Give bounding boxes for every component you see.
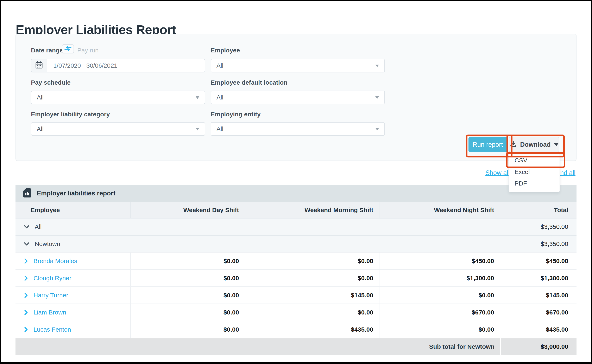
weekend-night-value: $0.00 — [379, 287, 500, 304]
subtotal-value: $3,000.00 — [500, 338, 577, 355]
download-icon — [510, 140, 517, 149]
calendar-icon — [35, 61, 43, 70]
weekend-night-value: $670.00 — [379, 304, 500, 321]
employee-name-link[interactable]: Brenda Morales — [33, 258, 77, 265]
download-menu-item-csv[interactable]: CSV — [509, 155, 559, 166]
table-row-liam-brown: Liam Brown $0.00 $0.00 $670.00 $670.00 — [15, 304, 577, 321]
col-header-weekend-day-shift: Weekend Day Shift — [130, 202, 245, 218]
total-value: $435.00 — [500, 321, 577, 338]
employing-entity-select[interactable]: All — [211, 122, 385, 136]
subtotal-label: Sub total for Newtown — [15, 338, 500, 355]
weekend-night-value: $0.00 — [379, 321, 500, 338]
run-report-button[interactable]: Run report — [468, 137, 507, 152]
report-table: Employer liabilities report Employee Wee… — [15, 185, 577, 355]
caret-down-icon — [554, 143, 559, 146]
employee-filter-label: Employee — [211, 47, 240, 54]
weekend-day-value: $0.00 — [130, 304, 245, 321]
chevron-down-icon — [196, 96, 199, 99]
weekend-night-value: $450.00 — [379, 253, 500, 269]
table-row-lucas-fenton: Lucas Fenton $0.00 $435.00 $0.00 $435.00 — [15, 321, 577, 338]
total-value: $145.00 — [500, 287, 577, 304]
pay-schedule-select-value: All — [31, 94, 44, 101]
report-file-icon — [23, 188, 32, 199]
employer-liability-category-select[interactable]: All — [31, 122, 205, 136]
col-header-employee: Employee — [15, 202, 130, 218]
table-row-clough-ryner: Clough Ryner $0.00 $0.00 $1,300.00 $1,30… — [15, 269, 577, 286]
employee-name-link[interactable]: Harry Turner — [33, 292, 68, 299]
group-row-all[interactable]: All $3,350.00 — [15, 218, 577, 235]
col-header-weekend-morning-shift: Weekend Morning Shift — [245, 202, 379, 218]
weekend-day-value: $0.00 — [130, 321, 245, 338]
total-value: $450.00 — [500, 253, 577, 269]
weekend-day-value: $0.00 — [130, 253, 245, 269]
employer-liabilities-report-page: Employer Liabilities Report Date range P… — [0, 0, 592, 364]
table-row-harry-turner: Harry Turner $0.00 $145.00 $0.00 $145.00 — [15, 286, 577, 304]
show-all-link[interactable]: Show all — [486, 169, 510, 177]
chevron-right-icon[interactable] — [24, 292, 28, 298]
chevron-down-icon — [375, 96, 379, 99]
weekend-night-value: $1,300.00 — [379, 270, 500, 286]
employee-name-link[interactable]: Lucas Fenton — [33, 326, 71, 333]
table-row-brenda-morales: Brenda Morales $0.00 $0.00 $450.00 $450.… — [15, 252, 577, 269]
col-header-weekend-night-shift: Weekend Night Shift — [379, 202, 500, 218]
chevron-down-icon[interactable] — [24, 241, 30, 246]
download-menu: CSV Excel PDF — [509, 154, 560, 192]
weekend-day-value: $0.00 — [130, 270, 245, 286]
date-range-value: 1/07/2020 - 30/06/2021 — [47, 62, 117, 69]
download-button-label: Download — [520, 141, 551, 148]
group-row-newtown[interactable]: Newtown $3,350.00 — [15, 235, 577, 252]
col-header-total: Total — [500, 202, 577, 218]
chevron-down-icon — [375, 65, 379, 67]
employer-liability-category-label: Employer liability category — [31, 111, 110, 118]
report-band: Employer liabilities report — [15, 185, 577, 202]
employer-liability-category-select-value: All — [31, 125, 44, 132]
employee-default-location-select[interactable]: All — [211, 91, 385, 104]
weekend-morning-value: $145.00 — [245, 287, 379, 304]
chevron-down-icon — [196, 128, 199, 130]
group-total: $3,350.00 — [500, 219, 577, 235]
date-payrun-toggle[interactable] — [62, 44, 74, 53]
calendar-addon[interactable] — [31, 59, 47, 72]
total-value: $1,300.00 — [500, 270, 577, 286]
weekend-morning-value: $0.00 — [245, 304, 379, 321]
employee-select[interactable]: All — [211, 59, 385, 72]
employee-default-location-label: Employee default location — [211, 79, 287, 86]
group-total: $3,350.00 — [500, 236, 577, 252]
chevron-right-icon[interactable] — [24, 310, 28, 315]
weekend-morning-value: $0.00 — [245, 270, 379, 286]
date-range-input[interactable]: 1/07/2020 - 30/06/2021 — [31, 59, 205, 72]
employee-name-link[interactable]: Clough Ryner — [33, 275, 71, 282]
employee-name-link[interactable]: Liam Brown — [33, 309, 66, 316]
chevron-down-icon[interactable] — [24, 224, 30, 229]
report-header-row: Employee Weekend Day Shift Weekend Morni… — [15, 202, 577, 218]
total-value: $670.00 — [500, 304, 577, 321]
chevron-right-icon[interactable] — [24, 275, 28, 281]
pay-run-label: Pay run — [77, 47, 99, 54]
employing-entity-label: Employing entity — [211, 111, 261, 118]
group-label: All — [35, 223, 41, 230]
weekend-morning-value: $435.00 — [245, 321, 379, 338]
download-button[interactable]: Download — [509, 137, 559, 152]
group-label: Newtown — [35, 240, 60, 247]
pay-schedule-label: Pay schedule — [31, 79, 71, 86]
subtotal-row: Sub total for Newtown $3,000.00 — [15, 338, 577, 355]
date-range-label: Date range — [31, 47, 63, 54]
swap-arrows-icon — [64, 46, 72, 52]
pay-schedule-select[interactable]: All — [31, 91, 205, 104]
report-band-title: Employer liabilities report — [37, 190, 115, 197]
download-menu-item-pdf[interactable]: PDF — [509, 178, 559, 189]
weekend-day-value: $0.00 — [130, 287, 245, 304]
weekend-morning-value: $0.00 — [245, 253, 379, 269]
employee-select-value: All — [211, 62, 223, 69]
chevron-right-icon[interactable] — [24, 258, 28, 264]
employing-entity-select-value: All — [211, 125, 223, 132]
chevron-right-icon[interactable] — [24, 327, 28, 332]
chevron-down-icon — [375, 128, 379, 130]
employee-default-location-select-value: All — [211, 94, 223, 101]
download-menu-item-excel[interactable]: Excel — [509, 166, 559, 178]
